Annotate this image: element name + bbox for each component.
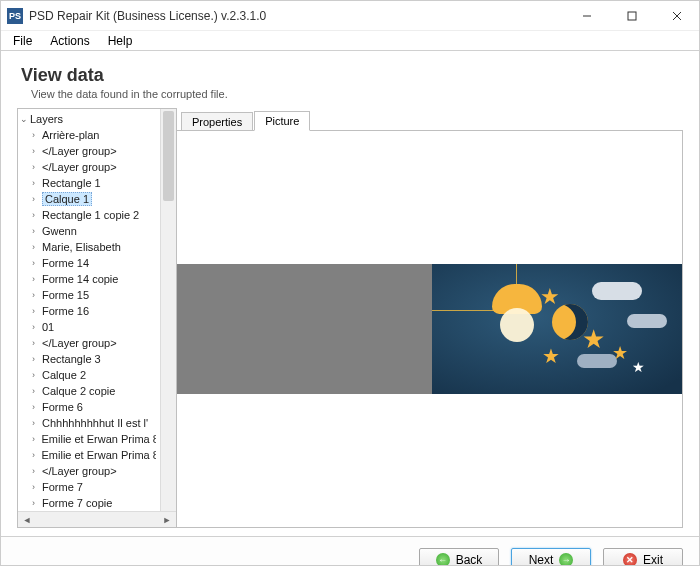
chevron-right-icon: › (32, 354, 42, 364)
chevron-right-icon: › (32, 338, 42, 348)
chevron-right-icon: › (32, 258, 42, 268)
chevron-right-icon: › (32, 194, 42, 204)
back-button[interactable]: ← Back (419, 548, 499, 567)
tree-item-label: Arrière-plan (42, 129, 99, 141)
arrow-left-icon: ← (436, 553, 450, 567)
page-header: View data View the data found in the cor… (1, 51, 699, 100)
tree-item[interactable]: ›Rectangle 3 (18, 351, 160, 367)
maximize-button[interactable] (609, 1, 654, 30)
tree-item-label: Chhhhhhhhhut Il est l' (42, 417, 148, 429)
tree-item[interactable]: ›Forme 16 (18, 303, 160, 319)
menu-file[interactable]: File (5, 32, 40, 50)
tree-item[interactable]: ›Marie, Elisabeth (18, 239, 160, 255)
chevron-right-icon: › (32, 178, 42, 188)
close-button[interactable] (654, 1, 699, 30)
chevron-right-icon: › (32, 210, 42, 220)
next-button[interactable]: Next → (511, 548, 591, 567)
chevron-right-icon: › (32, 290, 42, 300)
tree-item-label: Forme 14 (42, 257, 89, 269)
scrollbar-thumb[interactable] (163, 111, 174, 201)
tree-scrollbar-vertical[interactable] (160, 109, 176, 511)
exit-button[interactable]: ✕ Exit (603, 548, 683, 567)
tree-item-label: Gwenn (42, 225, 77, 237)
arrow-right-icon: → (559, 553, 573, 567)
page-subtitle: View the data found in the corrupted fil… (31, 88, 683, 100)
tree-item-label: Rectangle 1 copie 2 (42, 209, 139, 221)
tree-item-label: </Layer group> (42, 145, 117, 157)
tree-item[interactable]: ›</Layer group> (18, 335, 160, 351)
decor-star: ★ (632, 359, 645, 375)
tree-item[interactable]: ›Forme 7 copie (18, 495, 160, 511)
chevron-right-icon: › (32, 370, 42, 380)
chevron-right-icon: › (32, 242, 42, 252)
decor-star: ★ (582, 324, 605, 355)
next-button-label: Next (529, 553, 554, 567)
tree-item[interactable]: ›Chhhhhhhhhut Il est l' (18, 415, 160, 431)
tree-item-label: Forme 14 copie (42, 273, 118, 285)
preview-panel: Properties Picture ★ ★ (177, 108, 683, 528)
tree-item-label: Rectangle 3 (42, 353, 101, 365)
tree-item[interactable]: ›Gwenn (18, 223, 160, 239)
tree-root-label: Layers (30, 113, 63, 125)
tree-root[interactable]: ⌄Layers (18, 111, 160, 127)
tree-item[interactable]: ›Calque 2 (18, 367, 160, 383)
decor-cloud (577, 354, 617, 368)
chevron-right-icon: › (32, 402, 42, 412)
tree-item[interactable]: ›Forme 14 copie (18, 271, 160, 287)
menu-help[interactable]: Help (100, 32, 141, 50)
decor-star: ★ (542, 344, 560, 368)
tree-item[interactable]: ›Calque 1 (18, 191, 160, 207)
menu-bar: File Actions Help (1, 31, 699, 51)
scroll-right-icon[interactable]: ► (160, 515, 174, 525)
chevron-right-icon: › (32, 482, 42, 492)
tree-item[interactable]: ›Rectangle 1 copie 2 (18, 207, 160, 223)
chevron-right-icon: › (32, 498, 42, 508)
scroll-left-icon[interactable]: ◄ (20, 515, 34, 525)
chevron-right-icon: › (32, 146, 42, 156)
chevron-right-icon: › (32, 466, 42, 476)
exit-button-label: Exit (643, 553, 663, 567)
layers-tree-panel: ⌄Layers›Arrière-plan›</Layer group>›</La… (17, 108, 177, 528)
tree-item[interactable]: ›Emilie et Erwan Prima 8t (18, 431, 160, 447)
tree-item[interactable]: ›Arrière-plan (18, 127, 160, 143)
tree-item[interactable]: ›Forme 15 (18, 287, 160, 303)
chevron-right-icon: › (32, 386, 42, 396)
svg-rect-1 (628, 12, 636, 20)
tree-item-label: Calque 1 (42, 192, 92, 206)
window-title: PSD Repair Kit (Business License.) v.2.3… (29, 9, 564, 23)
minimize-button[interactable] (564, 1, 609, 30)
tree-item[interactable]: ›01 (18, 319, 160, 335)
tab-picture[interactable]: Picture (254, 111, 310, 131)
chevron-right-icon: › (32, 306, 42, 316)
tree-item[interactable]: ›Calque 2 copie (18, 383, 160, 399)
layers-tree[interactable]: ⌄Layers›Arrière-plan›</Layer group>›</La… (18, 109, 160, 511)
tab-content: ★ ★ ★ ★ ★ (177, 130, 683, 528)
tree-item-label: </Layer group> (42, 161, 117, 173)
tree-item[interactable]: ›Forme 6 (18, 399, 160, 415)
wizard-footer: ← Back Next → ✕ Exit (1, 536, 699, 566)
main-area: ⌄Layers›Arrière-plan›</Layer group>›</La… (17, 108, 683, 528)
tree-item-label: Forme 7 copie (42, 497, 112, 509)
tree-item[interactable]: ›Emilie et Erwan Prima 8t (18, 447, 160, 463)
close-icon: ✕ (623, 553, 637, 567)
menu-actions[interactable]: Actions (42, 32, 97, 50)
decor-lamp (492, 284, 542, 354)
tree-item[interactable]: ›</Layer group> (18, 159, 160, 175)
decor-star: ★ (612, 342, 628, 364)
tree-item-label: Rectangle 1 (42, 177, 101, 189)
tab-properties[interactable]: Properties (181, 112, 253, 131)
chevron-right-icon: › (32, 322, 42, 332)
tree-item[interactable]: ›Forme 7 (18, 479, 160, 495)
tree-scrollbar-horizontal[interactable]: ◄ ► (18, 511, 176, 527)
tree-item[interactable]: ›Forme 14 (18, 255, 160, 271)
tree-item-label: Forme 16 (42, 305, 89, 317)
tree-item[interactable]: ›</Layer group> (18, 143, 160, 159)
tree-item-label: Forme 15 (42, 289, 89, 301)
chevron-right-icon: › (32, 162, 42, 172)
layer-image: ★ ★ ★ ★ ★ (432, 264, 682, 394)
decor-cloud (627, 314, 667, 328)
title-bar: PS PSD Repair Kit (Business License.) v.… (1, 1, 699, 31)
tree-item[interactable]: ›</Layer group> (18, 463, 160, 479)
tree-item[interactable]: ›Rectangle 1 (18, 175, 160, 191)
back-button-label: Back (456, 553, 483, 567)
